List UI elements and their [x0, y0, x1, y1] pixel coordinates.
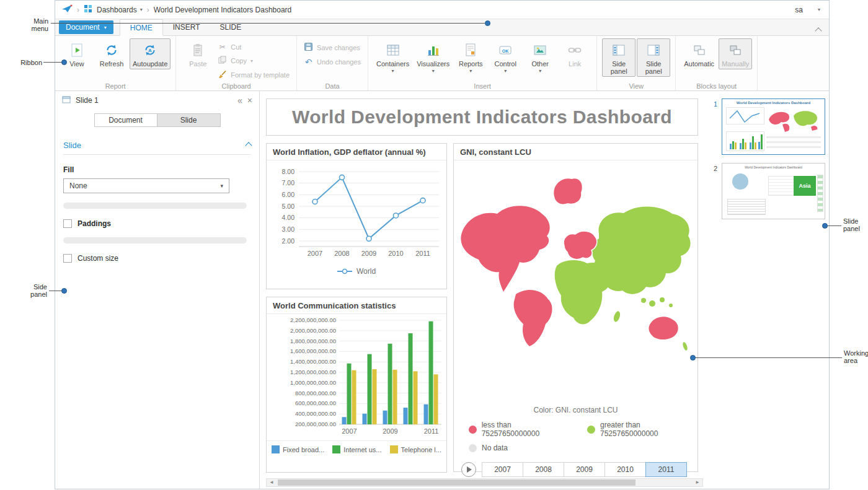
ribbon-group-clipboard: Paste ✂ Cut Copy ▾ — [176, 36, 297, 90]
chevron-up-icon — [245, 142, 252, 149]
slide-panel-button[interactable]: Slide panel — [637, 38, 670, 77]
slide-section-header[interactable]: Slide — [55, 141, 259, 150]
paddings-checkbox[interactable] — [63, 219, 72, 228]
gni-map-panel[interactable]: GNI, constant LCU Color: GNI. constant L… — [453, 143, 698, 472]
manual-layout-icon — [728, 42, 743, 58]
ribbon-collapse-button[interactable] — [816, 25, 822, 30]
legend-label: Internet us... — [343, 446, 381, 453]
paddings-slider[interactable] — [63, 237, 247, 243]
automatic-button[interactable]: Automatic — [681, 38, 717, 69]
cut-button[interactable]: ✂ Cut — [218, 43, 290, 51]
map-region-madagascar — [613, 310, 621, 323]
other-button[interactable]: Other ▾ — [523, 38, 557, 76]
app-logo-icon[interactable] — [61, 4, 73, 15]
link-button[interactable]: Link — [558, 38, 591, 69]
chevron-down-icon: ▾ — [140, 7, 143, 12]
tab-home[interactable]: HOME — [120, 19, 163, 36]
map-region-australia — [649, 317, 678, 339]
map-year-buttons: 20072008200920102011 — [482, 462, 687, 477]
group-label-blocks-layout: Blocks layout — [676, 82, 757, 90]
annotation-main-menu: Mainmenu — [19, 17, 48, 32]
bar-legend-item: Fixed broad... — [272, 445, 324, 453]
save-changes-button[interactable]: Save changes — [304, 43, 361, 53]
ribbon-group-data: Save changes ↶ Undo changes Data — [297, 36, 368, 90]
scroll-right-icon[interactable]: ► — [693, 479, 702, 486]
map-region-island — [649, 300, 655, 307]
user-menu-chevron-icon[interactable]: ▾ — [818, 7, 820, 12]
map-year-button-2007[interactable]: 2007 — [482, 462, 523, 477]
bar-legend-item: Internet us... — [332, 445, 381, 453]
copy-button[interactable]: Copy ▾ — [218, 56, 290, 66]
side-panel-button[interactable]: Side panel — [602, 38, 636, 77]
svg-text:2011: 2011 — [424, 427, 439, 435]
chevron-down-icon: ▾ — [469, 68, 472, 74]
group-label-report: Report — [55, 82, 175, 90]
fill-select[interactable]: None ▾ — [63, 178, 229, 193]
map-region-greenland — [554, 178, 582, 204]
svg-text:1,800,000,000.00: 1,800,000,000.00 — [290, 338, 336, 344]
tab-insert[interactable]: INSERT — [163, 19, 210, 36]
side-panel-tab-slide[interactable]: Slide — [157, 113, 221, 127]
collapse-panel-icon[interactable]: « — [237, 96, 242, 105]
paste-icon — [190, 42, 205, 58]
paste-button[interactable]: Paste — [181, 38, 215, 69]
svg-text:2011: 2011 — [415, 250, 430, 257]
control-button[interactable]: OK Control ▾ — [489, 38, 522, 76]
map-year-button-2009[interactable]: 2009 — [564, 462, 605, 477]
map-year-button-2011[interactable]: 2011 — [645, 462, 687, 477]
svg-text:2,000,000,000.00: 2,000,000,000.00 — [290, 327, 336, 334]
svg-text:600,000,000.00: 600,000,000.00 — [295, 400, 336, 406]
communication-bar-chart-panel[interactable]: World Communication statistics 2,200,000… — [266, 297, 447, 473]
map-region-north-america — [461, 206, 549, 292]
dashboard-title-panel[interactable]: World Development Indicators Dashboard — [266, 98, 698, 136]
tab-slide[interactable]: SLIDE — [210, 19, 252, 36]
map-legend-item-greater: greater than 75257650000000 — [587, 421, 698, 438]
map-year-button-2008[interactable]: 2008 — [523, 462, 564, 477]
scrollbar-thumb[interactable] — [278, 479, 636, 486]
visualizers-button[interactable]: Visualizers ▾ — [414, 38, 453, 76]
format-by-template-button[interactable]: Format by template — [218, 70, 290, 80]
undo-changes-button[interactable]: ↶ Undo changes — [304, 57, 361, 67]
breadcrumb-dashboards[interactable]: Dashboards▾ — [97, 6, 143, 14]
refresh-icon — [104, 42, 119, 58]
close-panel-icon[interactable]: × — [247, 96, 252, 105]
slide-thumbnail-1[interactable]: World Development Indicators Dashboard — [722, 98, 825, 155]
inflation-line-chart-panel[interactable]: World Inflation, GDP deflator (annual %)… — [266, 143, 447, 289]
cut-icon: ✂ — [218, 43, 227, 51]
svg-text:1,000,000,000.00: 1,000,000,000.00 — [290, 379, 336, 386]
manually-button[interactable]: Manually — [719, 38, 752, 69]
bar-chart-title: World Communication statistics — [267, 297, 446, 314]
map-year-button-2010[interactable]: 2010 — [604, 462, 646, 477]
map-region-south-america — [514, 290, 552, 346]
green-legend-dot — [587, 426, 595, 434]
chevron-down-icon: ▾ — [392, 68, 394, 74]
containers-button[interactable]: Containers ▾ — [373, 38, 412, 76]
svg-text:5.00: 5.00 — [282, 203, 295, 210]
map-year-controls: 20072008200920102011 — [454, 458, 698, 477]
chevron-down-icon: ▾ — [504, 68, 507, 74]
svg-text:A: A — [148, 48, 152, 53]
custom-size-checkbox[interactable] — [63, 254, 72, 263]
map-legend: less than 75257650000000 greater than 75… — [454, 414, 698, 452]
reports-button[interactable]: Reports ▾ — [454, 38, 487, 76]
refresh-button[interactable]: Refresh — [95, 38, 128, 69]
divider — [63, 154, 251, 155]
slide-thumbnail-2[interactable]: World Development Indicators Dashboard A… — [722, 163, 825, 219]
scroll-left-icon[interactable]: ◄ — [267, 479, 277, 486]
annotation-ribbon-dot — [61, 59, 67, 65]
horizontal-scrollbar[interactable]: ◄ ► — [266, 478, 703, 487]
play-button[interactable] — [461, 462, 476, 477]
play-icon — [467, 466, 472, 473]
svg-text:4.00: 4.00 — [282, 214, 295, 221]
map-region-asia — [592, 207, 690, 294]
slide-2-number: 2 — [714, 165, 717, 172]
autoupdate-button[interactable]: A Autoupdate — [130, 38, 170, 69]
breadcrumb-separator: › — [147, 6, 149, 14]
reports-icon — [463, 42, 478, 58]
line-chart-title: World Inflation, GDP deflator (annual %) — [267, 144, 446, 160]
user-name[interactable]: sa — [795, 6, 803, 14]
annotation-slide-panel-dot — [822, 223, 828, 229]
side-panel-tab-document[interactable]: Document — [94, 113, 157, 127]
fill-slider[interactable] — [63, 203, 247, 209]
scrollbar-track[interactable] — [277, 479, 693, 486]
